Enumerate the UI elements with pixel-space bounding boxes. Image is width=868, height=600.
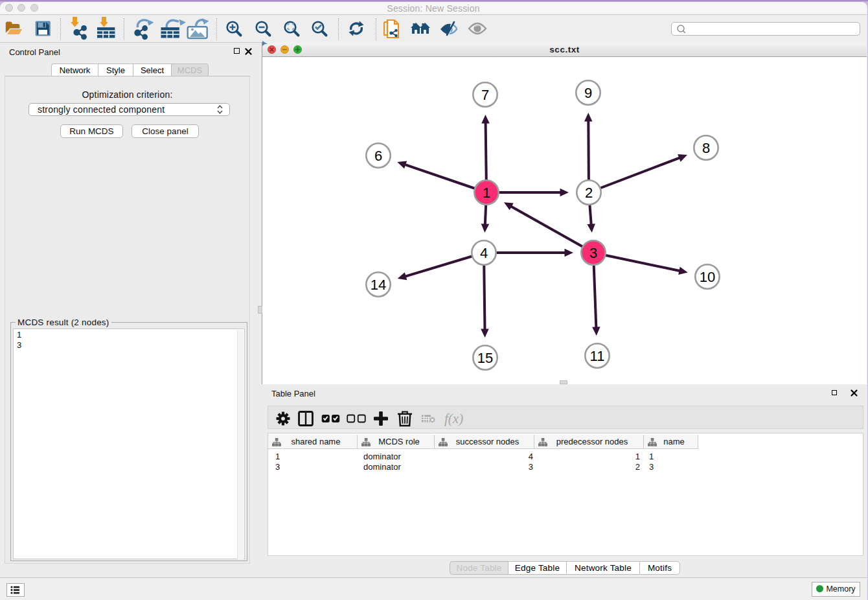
svg-text:14: 14 xyxy=(371,277,386,293)
svg-text:10: 10 xyxy=(700,269,715,285)
svg-text:6: 6 xyxy=(374,148,382,164)
svg-text:f(x): f(x) xyxy=(444,411,463,426)
svg-text:8: 8 xyxy=(702,140,710,156)
svg-text:3: 3 xyxy=(589,245,597,261)
svg-text:1: 1 xyxy=(483,185,490,201)
svg-text:9: 9 xyxy=(584,85,592,101)
svg-text:4: 4 xyxy=(480,245,488,261)
svg-text:7: 7 xyxy=(481,87,489,103)
svg-text:11: 11 xyxy=(590,348,605,364)
svg-text:2: 2 xyxy=(585,185,593,201)
svg-text:15: 15 xyxy=(477,350,493,366)
